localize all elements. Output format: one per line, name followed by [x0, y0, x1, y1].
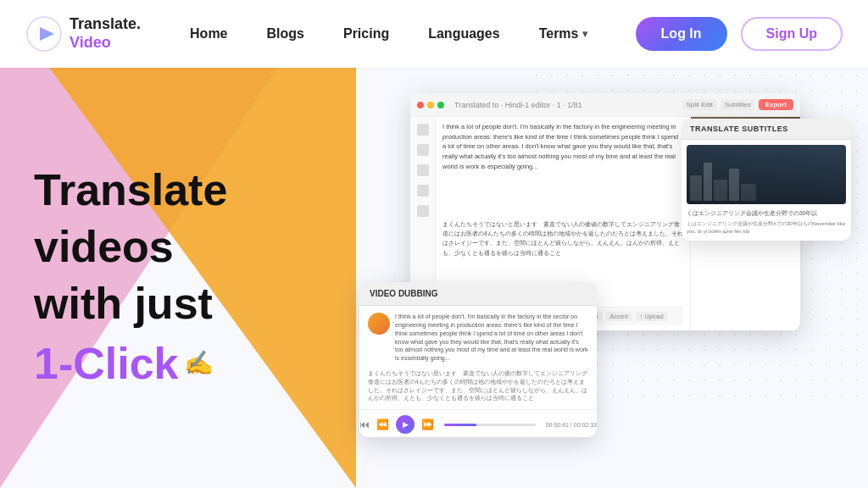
export-btn[interactable]: Export	[759, 99, 793, 110]
login-button[interactable]: Log In	[636, 17, 727, 51]
dub-skip-back-icon[interactable]: ⏮	[359, 419, 370, 430]
hero-title-line3: with just	[34, 280, 227, 328]
subtitle-card-header: TRANSLATE SUBTITLES	[682, 119, 851, 140]
window-maximize-dot	[437, 102, 444, 108]
logo-text: Translate. Video	[70, 15, 141, 52]
upload-btn[interactable]: ↑ Upload	[636, 312, 668, 321]
subtitle-card-content: くはエンジニアリング会議や生産分野での30年以 くはエンジニアリング会議や生産分…	[682, 140, 851, 241]
hero-section: Translate videos with just 1-Click ✍ Tra…	[0, 68, 868, 488]
sidebar-icon-5[interactable]	[417, 205, 429, 217]
dubbing-playback-controls: ⏮ ⏪ ▶ ⏩ 00:00:41 / 00:02:33	[359, 409, 597, 437]
accent-btn[interactable]: Accent	[606, 312, 632, 321]
sidebar-icon-2[interactable]	[417, 144, 429, 156]
dub-next-icon[interactable]: ⏩	[421, 419, 434, 430]
hero-title-line1: Translate	[34, 166, 227, 214]
subtitles-btn[interactable]: Subtitles	[721, 99, 755, 110]
nav-actions: Log In Sign Up	[636, 17, 843, 51]
window-minimize-dot	[427, 102, 434, 108]
dub-progress-bar[interactable]	[444, 424, 536, 426]
navbar: Translate. Video Home Blogs Pricing Lang…	[0, 0, 868, 68]
dub-time-label: 00:00:41 / 00:02:33	[546, 422, 597, 428]
dub-progress-fill	[444, 424, 476, 426]
app-text-english: I think a lot of people don't. I'm basic…	[442, 122, 683, 209]
chevron-down-icon: ▾	[582, 28, 587, 40]
dub-prev-icon[interactable]: ⏪	[376, 419, 389, 430]
dubbing-japanese-text: まくんたちそうではない思います 素直でない人の価の数字してエンジニアリング食道に…	[368, 369, 588, 402]
nav-terms[interactable]: Terms ▾	[524, 19, 603, 48]
subtitle-text-line1: くはエンジニアリング会議や生産分野での30年以	[687, 209, 846, 218]
app-header-bar: Translated to · Hindi-1 editor · 1 · 1/8…	[410, 93, 800, 117]
subtitle-video-thumbnail	[687, 145, 846, 204]
dubbing-avatar-1	[368, 313, 390, 335]
nav-languages[interactable]: Languages	[413, 19, 515, 48]
logo-icon	[25, 15, 63, 53]
dub-play-button[interactable]: ▶	[396, 415, 415, 434]
dubbing-card-content: I think a lot of people don't. I'm basic…	[359, 306, 597, 409]
app-title-bar: Translated to · Hindi-1 editor · 1 · 1/8…	[454, 101, 678, 109]
hero-title-line2: videos	[34, 223, 227, 271]
logo[interactable]: Translate. Video	[25, 15, 141, 53]
subtitle-text-line2: くはエンジニアリング会議や生産分野Aでの30年以ちのNovember like …	[687, 220, 846, 236]
window-close-dot	[417, 102, 424, 108]
split-view-btn[interactable]: Split Edit	[682, 99, 717, 110]
hero-title-accent: 1-Click ✍	[34, 337, 227, 390]
nav-links: Home Blogs Pricing Languages Terms ▾	[175, 19, 636, 48]
sidebar-icon-4[interactable]	[417, 185, 429, 197]
dubbing-card-header: VIDEO DUBBING	[359, 282, 597, 306]
dubbing-row-1: I think a lot of people don't. I'm basic…	[368, 313, 588, 363]
nav-blogs[interactable]: Blogs	[252, 19, 320, 48]
sidebar-icon-1[interactable]	[417, 124, 429, 136]
screenshots-area: Translated to · Hindi-1 editor · 1 · 1/8…	[359, 68, 851, 488]
dubbing-card: VIDEO DUBBING I think a lot of people do…	[359, 282, 597, 437]
dubbing-english-text: I think a lot of people don't. I'm basic…	[395, 313, 588, 363]
nav-home[interactable]: Home	[175, 19, 242, 48]
nav-pricing[interactable]: Pricing	[328, 19, 404, 48]
subtitle-card: TRANSLATE SUBTITLES くはエンジニアリング会議や生産分野での3…	[682, 119, 851, 241]
signup-button[interactable]: Sign Up	[741, 17, 843, 51]
cursor-icon: ✍	[184, 349, 214, 378]
city-skyline	[690, 163, 843, 201]
hero-text: Translate videos with just 1-Click ✍	[34, 166, 227, 390]
sidebar-icon-3[interactable]	[417, 164, 429, 176]
